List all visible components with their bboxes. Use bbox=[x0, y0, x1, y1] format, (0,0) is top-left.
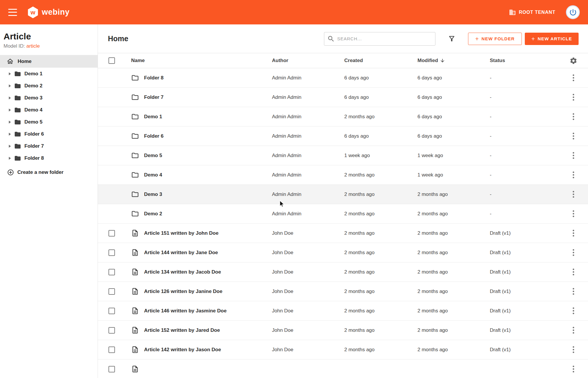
row-menu-button[interactable] bbox=[571, 267, 576, 277]
chevron-right-icon[interactable] bbox=[9, 84, 11, 87]
row-menu-button[interactable] bbox=[571, 209, 576, 219]
row-menu-button[interactable] bbox=[571, 131, 576, 141]
column-header-modified[interactable]: Modified bbox=[417, 58, 490, 64]
new-folder-button[interactable]: + NEW FOLDER bbox=[468, 33, 522, 45]
building-icon bbox=[509, 9, 516, 16]
row-menu-button[interactable] bbox=[571, 364, 576, 374]
sidebar-folder-item[interactable]: Folder 6 bbox=[0, 128, 98, 140]
column-header-created[interactable]: Created bbox=[344, 58, 417, 64]
row-name: Demo 4 bbox=[144, 172, 162, 178]
row-modified: 2 months ago bbox=[417, 211, 490, 217]
row-name: Article 126 written by Janine Doe bbox=[144, 289, 222, 294]
select-all-checkbox[interactable] bbox=[108, 57, 115, 64]
sidebar-folder-item[interactable]: Folder 7 bbox=[0, 140, 98, 152]
row-name: Article 134 written by Jacob Doe bbox=[144, 269, 221, 275]
row-checkbox[interactable] bbox=[108, 308, 115, 314]
row-created: 2 months ago bbox=[344, 327, 417, 333]
row-checkbox[interactable] bbox=[108, 230, 115, 237]
table-row[interactable]: Demo 4 Admin Admin 2 months ago 1 week a… bbox=[98, 165, 588, 185]
row-checkbox[interactable] bbox=[108, 366, 115, 372]
search-input[interactable] bbox=[324, 32, 435, 46]
table-row[interactable]: Article 146 written by Jasmine Doe John … bbox=[98, 301, 588, 321]
sidebar-folder-item[interactable]: Demo 3 bbox=[0, 92, 98, 104]
table-row[interactable]: Article 134 written by Jacob Doe John Do… bbox=[98, 262, 588, 282]
row-menu-button[interactable] bbox=[571, 170, 576, 180]
row-name: Article 146 written by Jasmine Doe bbox=[144, 308, 227, 314]
row-menu-button[interactable] bbox=[571, 228, 576, 238]
row-menu-button[interactable] bbox=[571, 73, 576, 83]
row-author: Admin Admin bbox=[272, 192, 344, 197]
table-row[interactable]: Demo 5 Admin Admin 1 week ago 1 week ago… bbox=[98, 146, 588, 165]
row-name: Demo 2 bbox=[144, 211, 162, 217]
row-created: 2 months ago bbox=[344, 347, 417, 353]
row-menu-button[interactable] bbox=[571, 92, 576, 102]
column-header-author[interactable]: Author bbox=[272, 58, 344, 64]
webiny-logo[interactable]: w webiny bbox=[27, 6, 70, 19]
table-row[interactable]: Folder 7 Admin Admin 6 days ago 6 days a… bbox=[98, 88, 588, 107]
sidebar-folder-item[interactable]: Demo 2 bbox=[0, 80, 98, 92]
table-row[interactable]: Demo 3 Admin Admin 2 months ago 2 months… bbox=[98, 185, 588, 204]
sidebar-folder-item[interactable]: Demo 1 bbox=[0, 68, 98, 80]
create-folder-button[interactable]: Create a new folder bbox=[0, 164, 98, 176]
chevron-right-icon[interactable] bbox=[9, 109, 11, 111]
table-row[interactable]: Demo 1 Admin Admin 2 months ago 6 days a… bbox=[98, 107, 588, 126]
folder-icon bbox=[131, 190, 139, 198]
row-checkbox[interactable] bbox=[108, 249, 115, 256]
chevron-right-icon[interactable] bbox=[9, 72, 11, 75]
filter-button[interactable] bbox=[448, 35, 456, 43]
model-id-label: Model ID: bbox=[4, 43, 25, 49]
row-name: Article 142 written by Jason Doe bbox=[144, 347, 221, 353]
row-menu-button[interactable] bbox=[571, 247, 576, 258]
chevron-right-icon[interactable] bbox=[9, 96, 11, 99]
row-created: 6 days ago bbox=[344, 94, 417, 100]
table-row[interactable]: Folder 6 Admin Admin 6 days ago 6 days a… bbox=[98, 126, 588, 146]
table-row[interactable]: Article 126 written by Janine Doe John D… bbox=[98, 282, 588, 301]
gear-icon bbox=[569, 57, 577, 65]
row-modified: 2 months ago bbox=[417, 289, 490, 294]
menu-button[interactable] bbox=[8, 9, 17, 16]
model-id-value: article bbox=[26, 43, 40, 49]
table-row[interactable]: Article 152 written by Jared Doe John Do… bbox=[98, 321, 588, 340]
row-checkbox[interactable] bbox=[108, 327, 115, 334]
table-row[interactable]: Article 151 written by John Doe John Doe… bbox=[98, 224, 588, 243]
table-row[interactable]: Folder 8 Admin Admin 6 days ago 6 days a… bbox=[98, 68, 588, 88]
sidebar-folder-item[interactable]: Demo 5 bbox=[0, 116, 98, 128]
sidebar-folder-item[interactable]: Demo 4 bbox=[0, 104, 98, 116]
table-row[interactable]: Demo 2 Admin Admin 2 months ago 2 months… bbox=[98, 204, 588, 224]
row-menu-button[interactable] bbox=[571, 150, 576, 161]
column-header-status[interactable]: Status bbox=[490, 58, 564, 64]
sidebar-item-home[interactable]: Home bbox=[0, 55, 98, 68]
chevron-right-icon[interactable] bbox=[9, 145, 11, 148]
article-icon bbox=[131, 229, 139, 237]
row-menu-button[interactable] bbox=[571, 306, 576, 316]
new-article-button[interactable]: + NEW ARTICLE bbox=[525, 33, 579, 45]
row-menu-button[interactable] bbox=[571, 344, 576, 355]
tenant-selector[interactable]: ROOT TENANT bbox=[509, 9, 555, 16]
row-checkbox[interactable] bbox=[108, 347, 115, 353]
row-menu-button[interactable] bbox=[571, 325, 576, 335]
sidebar-folder-item[interactable]: Folder 8 bbox=[0, 152, 98, 164]
chevron-right-icon[interactable] bbox=[9, 157, 11, 160]
table-header: Name Author Created Modified Status bbox=[98, 53, 588, 68]
user-menu-button[interactable] bbox=[566, 5, 580, 19]
main-header: Home + NEW FOLDER + bbox=[98, 24, 588, 53]
row-status: Draft (v1) bbox=[490, 347, 564, 353]
row-menu-button[interactable] bbox=[571, 111, 576, 122]
chevron-right-icon[interactable] bbox=[9, 133, 11, 136]
row-menu-button[interactable] bbox=[571, 189, 576, 199]
row-menu-button[interactable] bbox=[571, 286, 576, 297]
row-modified: 6 days ago bbox=[417, 114, 490, 120]
new-article-label: NEW ARTICLE bbox=[538, 36, 572, 41]
table-row[interactable]: Article 142 written by Jason Doe John Do… bbox=[98, 340, 588, 359]
column-header-name[interactable]: Name bbox=[131, 58, 272, 64]
row-checkbox[interactable] bbox=[108, 288, 115, 295]
chevron-right-icon[interactable] bbox=[9, 121, 11, 124]
sidebar-header: Article Model ID:article bbox=[0, 24, 98, 53]
table-row[interactable] bbox=[98, 359, 588, 378]
row-name: Article 152 written by Jared Doe bbox=[144, 327, 220, 333]
row-status: Draft (v1) bbox=[490, 250, 564, 256]
row-checkbox[interactable] bbox=[108, 269, 115, 275]
table-row[interactable]: Article 144 written by Jane Doe John Doe… bbox=[98, 243, 588, 262]
row-modified: 1 week ago bbox=[417, 153, 490, 159]
column-settings-button[interactable] bbox=[569, 57, 577, 65]
